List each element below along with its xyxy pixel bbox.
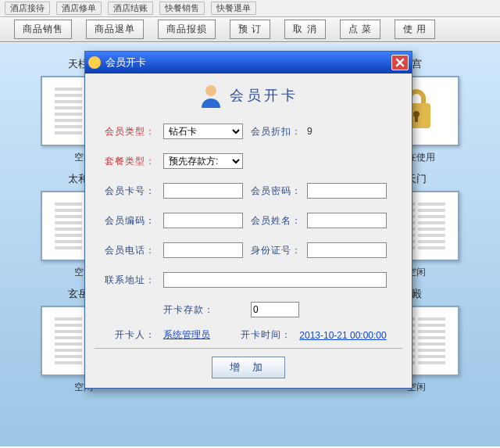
label-member-type: 会员类型：	[99, 125, 155, 138]
close-icon	[395, 58, 405, 67]
close-button[interactable]	[391, 55, 409, 70]
label-pwd: 会员密码：	[251, 185, 299, 198]
menu-item[interactable]: 酒店接待	[5, 2, 50, 15]
code-input[interactable]	[163, 213, 243, 228]
person-icon	[198, 83, 223, 108]
phone-input[interactable]	[163, 242, 243, 258]
add-button[interactable]: 增 加	[212, 357, 285, 378]
label-code: 会员编码：	[99, 214, 155, 228]
dialog-body: 会员开卡 会员类型： 钻石卡 会员折扣： 9 套餐类型： 预先存款方: 会员卡号…	[85, 73, 412, 388]
menu-item[interactable]: 酒店结账	[108, 2, 153, 15]
menubar: 酒店接待 酒店修单 酒店结账 快餐销售 快餐退单	[0, 0, 500, 17]
label-phone: 会员电话：	[99, 244, 155, 257]
label-card-no: 会员卡号：	[99, 185, 155, 198]
tb-use[interactable]: 使 用	[395, 20, 435, 39]
deposit-input[interactable]	[251, 302, 299, 317]
open-time-value: 2013-10-21 00:00:00	[299, 330, 398, 341]
member-card-dialog: 会员开卡 会员开卡 会员类型： 钻石卡 会员折扣： 9 套餐类型： 预先存款方:…	[84, 51, 412, 389]
label-package-type: 套餐类型：	[99, 155, 155, 168]
toolbar: 商品销售 商品退单 商品报损 预 订 取 消 点 菜 使 用	[0, 17, 500, 42]
opener-row: 开卡人： 系统管理员 开卡时间： 2013-10-21 00:00:00	[95, 322, 402, 343]
menu-item[interactable]: 酒店修单	[56, 2, 102, 15]
dialog-icon	[88, 56, 101, 69]
label-discount: 会员折扣：	[251, 125, 299, 138]
tb-sell[interactable]: 商品销售	[14, 20, 72, 39]
label-addr: 联系地址：	[99, 274, 155, 287]
tb-cancel[interactable]: 取 消	[284, 20, 325, 39]
svg-rect-2	[415, 114, 418, 122]
discount-value: 9	[307, 126, 387, 137]
room-name: 殿	[412, 287, 422, 301]
tb-reserve[interactable]: 预 订	[230, 20, 270, 39]
menu-item[interactable]: 快餐退单	[211, 2, 256, 15]
pwd-input[interactable]	[307, 183, 387, 199]
svg-point-3	[205, 85, 216, 96]
member-type-select[interactable]: 钻石卡	[163, 124, 243, 139]
label-name: 会员姓名：	[251, 214, 299, 228]
content-area: 站长源码中心 天柱峰 空闲 宫 正在使用 太和宫 空闲 天门 空闲	[0, 42, 500, 446]
dialog-header: 会员开卡	[95, 80, 402, 114]
dialog-heading: 会员开卡	[230, 86, 298, 105]
member-form: 会员类型： 钻石卡 会员折扣： 9 套餐类型： 预先存款方: 会员卡号： 会员密…	[95, 114, 402, 322]
dialog-titlebar[interactable]: 会员开卡	[85, 52, 412, 73]
label-opener: 开卡人：	[99, 328, 155, 342]
tb-return[interactable]: 商品退单	[86, 20, 144, 39]
menu-item[interactable]: 快餐销售	[159, 2, 205, 15]
label-open-time: 开卡时间：	[229, 328, 291, 342]
tb-order[interactable]: 点 菜	[340, 20, 380, 39]
tb-loss[interactable]: 商品报损	[158, 20, 216, 39]
addr-input[interactable]	[163, 272, 387, 288]
card-no-input[interactable]	[163, 183, 243, 199]
room-name: 宫	[412, 57, 422, 71]
dialog-title: 会员开卡	[105, 56, 391, 70]
label-deposit: 开卡存款：	[163, 303, 243, 317]
idno-input[interactable]	[307, 242, 387, 258]
name-input[interactable]	[307, 213, 387, 228]
opener-link[interactable]: 系统管理员	[163, 328, 221, 342]
label-idno: 身份证号：	[251, 244, 299, 257]
package-type-select[interactable]: 预先存款方:	[163, 153, 243, 169]
